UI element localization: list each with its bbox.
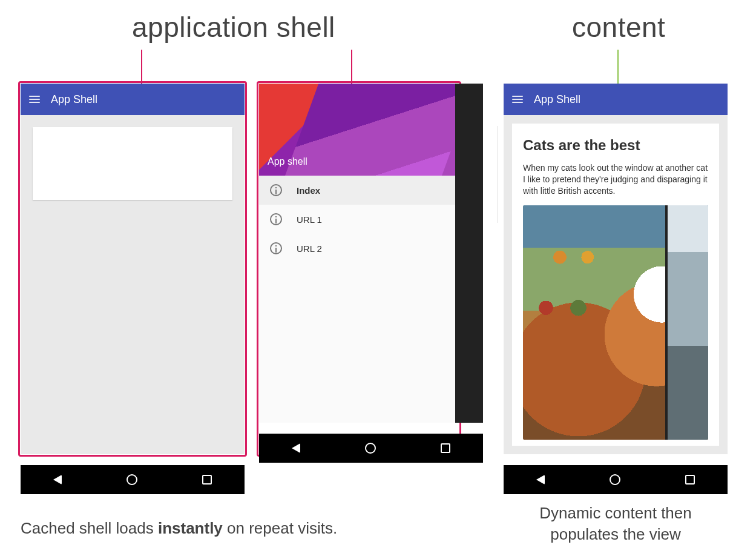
article-image-cats xyxy=(523,205,708,440)
phone-content: App Shell Cats are the best When my cats… xyxy=(504,84,728,494)
app-bar-title: App Shell xyxy=(51,93,97,106)
caption-shell-post: on repeat visits. xyxy=(223,519,337,537)
background-card-peek xyxy=(487,126,498,223)
hamburger-icon[interactable] xyxy=(29,96,40,103)
caption-shell-strong: instantly xyxy=(158,519,223,537)
phone-shell-drawer: App shell Index URL 1 URL 2 xyxy=(259,84,483,463)
navigation-drawer: App shell Index URL 1 URL 2 xyxy=(259,84,455,423)
info-icon xyxy=(270,184,282,196)
content-body: Cats are the best When my cats look out … xyxy=(504,115,728,454)
info-icon xyxy=(270,242,282,254)
phone-shell-empty: App Shell xyxy=(21,84,245,494)
drawer-item-url1[interactable]: URL 1 xyxy=(259,205,455,234)
empty-content-card xyxy=(33,127,232,200)
article-body: When my cats look out the window at anot… xyxy=(523,162,708,197)
caption-shell-pre: Cached shell loads xyxy=(21,519,158,537)
nav-home-icon[interactable] xyxy=(365,443,376,454)
shell-body xyxy=(21,115,245,454)
drawer-item-label: URL 1 xyxy=(297,214,322,225)
drawer-item-index[interactable]: Index xyxy=(259,176,455,205)
nav-recent-icon[interactable] xyxy=(202,475,212,485)
app-bar: App Shell xyxy=(504,84,728,115)
app-bar-title: App Shell xyxy=(534,93,580,106)
nav-back-icon[interactable] xyxy=(53,475,62,485)
app-bar: App Shell xyxy=(21,84,245,115)
label-application-shell: application shell xyxy=(132,11,335,44)
android-nav-bar xyxy=(21,465,245,494)
connector-shell-left xyxy=(141,50,142,84)
article-title: Cats are the best xyxy=(523,137,708,154)
info-icon xyxy=(270,213,282,225)
nav-back-icon[interactable] xyxy=(292,443,300,453)
android-nav-bar xyxy=(259,434,483,463)
nav-home-icon[interactable] xyxy=(610,474,620,485)
hamburger-icon[interactable] xyxy=(512,96,523,103)
connector-shell-right xyxy=(351,50,352,84)
android-nav-bar xyxy=(504,465,728,494)
nav-recent-icon[interactable] xyxy=(685,475,695,485)
drawer-item-label: Index xyxy=(297,185,320,196)
caption-content: Dynamic content then populates the view xyxy=(504,503,728,545)
drawer-item-url2[interactable]: URL 2 xyxy=(259,234,455,263)
nav-back-icon[interactable] xyxy=(536,475,545,485)
drawer-overlay: App shell Index URL 1 URL 2 xyxy=(259,84,483,423)
drawer-header: App shell xyxy=(259,84,455,176)
label-content: content xyxy=(572,11,665,44)
drawer-header-title: App shell xyxy=(268,156,307,167)
nav-recent-icon[interactable] xyxy=(441,443,450,453)
caption-shell: Cached shell loads instantly on repeat v… xyxy=(21,518,337,539)
drawer-item-label: URL 2 xyxy=(297,243,322,254)
content-card: Cats are the best When my cats look out … xyxy=(512,124,719,446)
nav-home-icon[interactable] xyxy=(127,474,137,485)
